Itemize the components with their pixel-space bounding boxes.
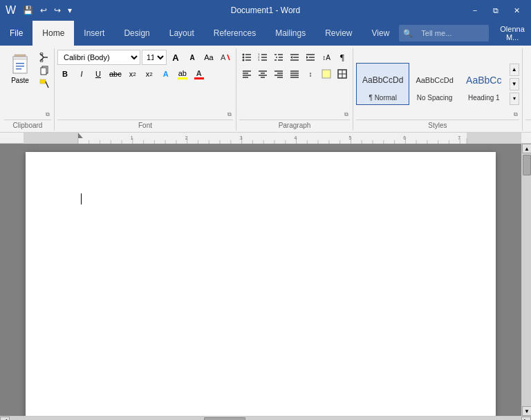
close-button[interactable]: ✕ <box>507 3 525 17</box>
select-button[interactable]: Select ▾ <box>528 102 531 114</box>
svg-line-11 <box>46 82 48 88</box>
styles-content: AaBbCcDd ¶ Normal AaBbCcDd No Spacing Aa… <box>356 48 519 120</box>
bullets-button[interactable] <box>239 50 254 65</box>
font-group: Calibri (Body) 11 A A Aa A B I U <box>55 48 236 131</box>
tab-layout[interactable]: Layout <box>160 21 204 46</box>
styles-expand-icon[interactable]: ⧉ <box>514 111 521 118</box>
editing-content: Find Replace Select ▾ <box>525 48 531 120</box>
tab-references[interactable]: References <box>204 21 266 46</box>
svg-text:4: 4 <box>295 135 297 140</box>
borders-button[interactable] <box>335 66 350 82</box>
align-center-button[interactable] <box>255 66 270 82</box>
vertical-scrollbar: ▲ ▼ <box>521 144 531 416</box>
font-family-select[interactable]: Calibri (Body) <box>57 50 140 65</box>
shading-button[interactable] <box>319 66 334 82</box>
file-tab[interactable]: File <box>0 21 32 46</box>
paragraph-group: 1.2.3. ↕A ¶ <box>236 48 353 131</box>
highlight-color-button[interactable]: ab <box>175 66 190 82</box>
subscript-button[interactable]: x2 <box>125 66 140 82</box>
strikethrough-button[interactable]: abc <box>107 66 124 82</box>
tab-review[interactable]: Review <box>315 21 362 46</box>
bold-button[interactable]: B <box>57 66 73 82</box>
superscript-button[interactable]: x2 <box>142 66 157 82</box>
format-painter-button[interactable] <box>37 77 51 90</box>
numbering-button[interactable]: 1.2.3. <box>255 50 270 65</box>
word-icon: W <box>6 4 16 17</box>
ribbon-right-controls: 🔍 Olenna M... Share <box>399 22 531 44</box>
style-normal[interactable]: AaBbCcDd ¶ Normal <box>356 63 409 105</box>
font-expand-icon[interactable]: ⧉ <box>227 111 234 118</box>
scroll-up-button[interactable]: ▲ <box>522 144 531 153</box>
svg-rect-62 <box>24 133 521 144</box>
horizontal-scrollbar: ◀ ▶ <box>0 416 531 420</box>
tab-mailings[interactable]: Mailings <box>266 21 315 46</box>
ribbon-tabs-row: File Home Insert Design Layout Reference… <box>0 21 531 46</box>
tab-insert[interactable]: Insert <box>74 21 114 46</box>
clipboard-expand-icon[interactable]: ⧉ <box>46 111 53 118</box>
italic-button[interactable]: I <box>74 66 89 82</box>
increase-indent-button[interactable] <box>303 50 318 65</box>
align-left-button[interactable] <box>239 66 254 82</box>
redo-quick-button[interactable]: ↪ <box>51 4 64 17</box>
style-no-spacing[interactable]: AaBbCcDd No Spacing <box>409 63 459 105</box>
font-label: Font <box>57 120 233 131</box>
clear-formatting-button[interactable]: A <box>218 50 233 65</box>
restore-button[interactable]: ⧉ <box>487 3 505 17</box>
clipboard-content: Paste <box>4 48 51 120</box>
paste-button[interactable]: Paste <box>4 50 36 86</box>
svg-text:1: 1 <box>131 135 133 140</box>
tab-design[interactable]: Design <box>114 21 159 46</box>
scroll-left-button[interactable]: ◀ <box>0 417 10 421</box>
clipboard-group: Paste Clipboard ⧉ <box>1 48 55 131</box>
styles-scroll-down[interactable]: ▼ <box>510 78 519 90</box>
para-row-1: 1.2.3. ↕A ¶ <box>239 50 350 65</box>
style-normal-preview: AaBbCcDd <box>362 66 403 94</box>
styles-scroll-up[interactable]: ▲ <box>510 64 519 76</box>
styles-label: Styles <box>356 120 519 131</box>
undo-quick-button[interactable]: ↩ <box>37 4 50 17</box>
decrease-indent-button[interactable] <box>287 50 302 65</box>
change-case-button[interactable]: Aa <box>201 50 216 65</box>
scroll-right-button[interactable]: ▶ <box>521 417 531 421</box>
tab-view[interactable]: View <box>362 21 400 46</box>
align-right-button[interactable] <box>271 66 286 82</box>
paragraph-label: Paragraph <box>239 120 350 131</box>
font-size-select[interactable]: 11 <box>142 50 167 65</box>
show-marks-button[interactable]: ¶ <box>335 50 350 65</box>
svg-point-16 <box>243 57 245 59</box>
scroll-thumb[interactable] <box>523 155 531 175</box>
line-spacing-button[interactable]: ↕ <box>303 66 318 82</box>
sort-button[interactable]: ↕A <box>319 50 334 65</box>
scroll-down-button[interactable]: ▼ <box>522 406 531 416</box>
style-no-spacing-preview: AaBbCcDd <box>416 66 453 94</box>
replace-button[interactable]: Replace <box>528 86 531 98</box>
svg-marker-39 <box>306 56 308 59</box>
tab-home[interactable]: Home <box>32 21 74 46</box>
paste-label: Paste <box>11 77 29 84</box>
svg-rect-56 <box>322 70 330 78</box>
svg-line-13 <box>227 55 230 60</box>
decrease-font-button[interactable]: A <box>185 50 200 65</box>
save-quick-button[interactable]: 💾 <box>20 4 36 17</box>
h-scroll-thumb[interactable] <box>204 417 245 421</box>
font-color-button[interactable]: A <box>192 66 207 82</box>
styles-expand[interactable]: ▾ <box>510 93 519 105</box>
increase-font-button[interactable]: A <box>168 50 183 65</box>
tell-me-input[interactable] <box>416 26 485 40</box>
styles-scroll-controls: ▲ ▼ ▾ <box>510 64 519 105</box>
doc-page[interactable] <box>26 152 496 416</box>
style-normal-label: ¶ Normal <box>369 94 396 102</box>
minimize-button[interactable]: − <box>466 3 484 17</box>
user-account-button[interactable]: Olenna M... <box>494 22 530 44</box>
style-heading1[interactable]: AaBbCc Heading 1 <box>460 63 508 105</box>
customize-quick-button[interactable]: ▾ <box>65 4 75 17</box>
paragraph-expand-icon[interactable]: ⧉ <box>344 111 351 118</box>
copy-button[interactable] <box>37 64 51 77</box>
justify-button[interactable] <box>287 66 302 82</box>
text-effects-button[interactable]: A <box>158 66 174 82</box>
cut-button[interactable] <box>37 51 51 64</box>
svg-point-14 <box>243 54 245 56</box>
multilevel-list-button[interactable] <box>271 50 286 65</box>
underline-button[interactable]: U <box>91 66 106 82</box>
font-content: Calibri (Body) 11 A A Aa A B I U <box>57 48 233 120</box>
